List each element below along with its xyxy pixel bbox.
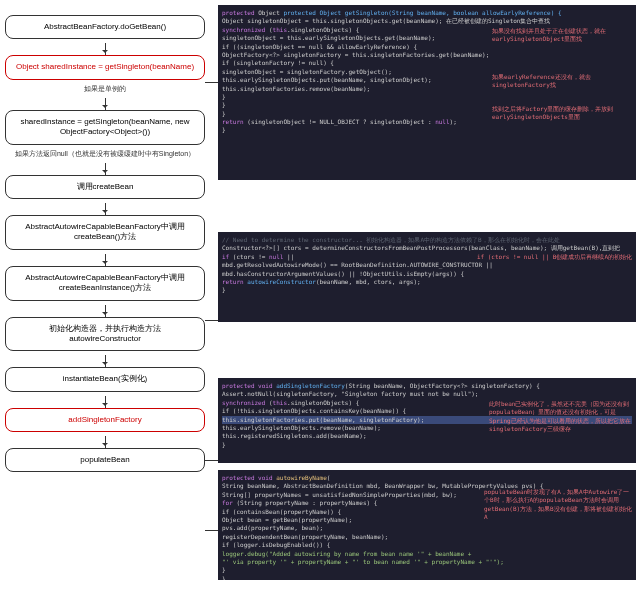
connector-line (205, 320, 218, 321)
arrow (105, 163, 106, 175)
node-instantiatebean: instantiateBean(实例化) (5, 367, 205, 391)
connector-line (205, 82, 218, 83)
code-line: ObjectFactory<?> singletonFactory = this… (222, 51, 632, 59)
flowchart-column: AbstractBeanFactory.doGetBean() Object s… (5, 15, 205, 476)
connector-line (205, 530, 218, 531)
connector-line (205, 460, 218, 461)
annotation: 此时bean已实例化了，虽然还不完美（因为还没有到populateBean）里面… (489, 400, 634, 434)
code-line: Object singletonObject = this.singletonO… (222, 17, 632, 25)
code-line: if (singletonFactory != null) { (222, 59, 632, 67)
code-line: // Need to determine the constructor... … (222, 236, 632, 244)
code-line: "' via property '" + propertyName + "' t… (222, 558, 632, 566)
code-constructor: // Need to determine the constructor... … (218, 232, 636, 322)
code-autowirebyname: protected void autowireByName( String be… (218, 470, 636, 580)
node-populatebean: populateBean (5, 448, 205, 472)
code-getsingleton: protected Object protected Object getSin… (218, 5, 636, 180)
code-line: if ((singletonObject == null && allowEar… (222, 43, 632, 51)
code-line: } (222, 93, 632, 101)
code-line: protected void addSingletonFactory(Strin… (222, 382, 632, 390)
code-line: } (222, 566, 632, 574)
node-abstractcreatebean: AbstractAutowireCapableBeanFactory中调用cre… (5, 215, 205, 250)
code-line: pvs.add(propertyName, bean); (222, 524, 632, 532)
code-line: mbd.hasConstructorArgumentValues() || !O… (222, 270, 632, 278)
code-line: } (222, 575, 632, 580)
code-line: } (222, 441, 632, 449)
annotation: 如果earlyReference还没有，就去singletonFactory找 (492, 73, 632, 90)
code-line: Assert.notNull(singletonFactory, "Single… (222, 390, 632, 398)
annotation: 找到之后将Factory里面的缓存删除，并放到earlySingletonObj… (492, 105, 632, 122)
arrow (105, 98, 106, 110)
arrow (105, 43, 106, 55)
node-createbeaninstance: AbstractAutowireCapableBeanFactory中调用cre… (5, 266, 205, 301)
code-line: protected Object getSingleton(String bea… (283, 9, 561, 16)
code-line: registerDependentBean(propertyName, bean… (222, 533, 632, 541)
node-autowireconstructor: 初始化构造器，并执行构造方法 autowireConstructor (5, 317, 205, 352)
note-singleton: 如果是单例的 (5, 84, 205, 94)
code-line: return autowireConstructor(beanName, mbd… (222, 278, 632, 286)
arrow (105, 305, 106, 317)
code-line: } (222, 286, 632, 294)
node-addsingletonfactory: addSingletonFactory (5, 408, 205, 432)
code-line: } (222, 126, 632, 134)
code-line: Constructor<?>[] ctors = determineConstr… (222, 244, 632, 252)
arrow (105, 396, 106, 408)
annotation: 如果没有找到并且处于正在创建状态，就在earlySingletonObject里… (492, 27, 632, 44)
code-line: if (ctors != null || if (ctors != null |… (222, 253, 632, 261)
code-addsingletonfactory: protected void addSingletonFactory(Strin… (218, 378, 636, 463)
note-returnnull: 如果方法返回null（也就是没有被缓缓建时中有Singleton） (5, 149, 205, 159)
arrow (105, 254, 106, 266)
code-line: protected void autowireByName( (222, 474, 632, 482)
code-line: mbd.getResolvedAutowireMode() == RootBea… (222, 261, 632, 269)
node-getsingleton: Object sharedInstance = getSingleton(bea… (5, 55, 205, 79)
node-sharedinstance: sharedInstance = getSingleton(beanName, … (5, 110, 205, 145)
arrow (105, 355, 106, 367)
annotation: populateBean时发现了有A，如果A中Autowire了一个B时，那么执… (484, 488, 634, 522)
code-line: this.registeredSingletons.add(beanName); (222, 432, 632, 440)
node-dogetbean: AbstractBeanFactory.doGetBean() (5, 15, 205, 39)
node-createbean: 调用createBean (5, 175, 205, 199)
code-line: logger.debug("Added autowiring by name f… (222, 550, 632, 558)
code-line: if (logger.isDebugEnabled()) { (222, 541, 632, 549)
arrow (105, 436, 106, 448)
arrow (105, 203, 106, 215)
